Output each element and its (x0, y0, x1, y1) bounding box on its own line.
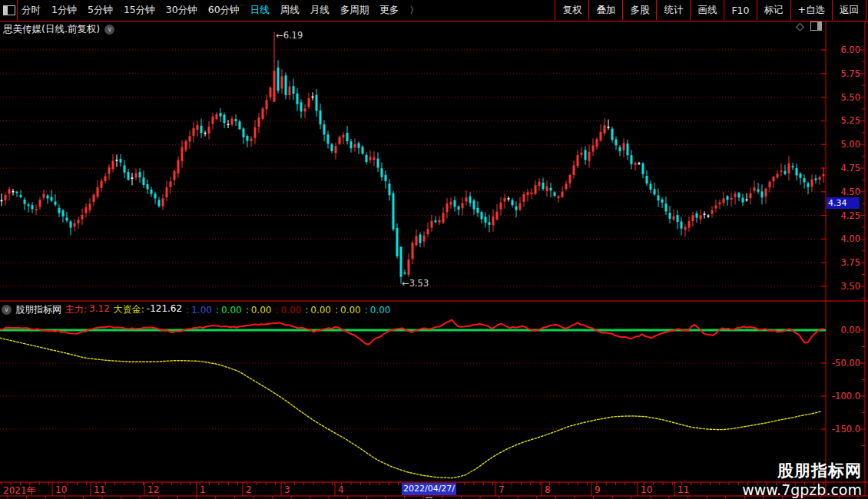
candle-body (385, 175, 387, 181)
candle-body (181, 147, 184, 160)
candle-body (746, 200, 748, 201)
menu-item-period-8[interactable]: 月线 (310, 4, 330, 17)
menu-item-tool-1[interactable]: 叠加 (588, 0, 622, 20)
time-axis-label: 10 (55, 484, 67, 495)
chevron-down-icon[interactable]: ∨ (104, 25, 114, 35)
low-price-label: 3.53 (409, 278, 429, 289)
candle-body (692, 215, 694, 221)
menu-item-tool-0[interactable]: 复权 (555, 0, 588, 20)
period-menu: 分时1分钟5分钟15分钟30分钟60分钟日线周线月线多周期更多〉 (22, 0, 419, 21)
time-axis-label: 8 (545, 484, 551, 495)
candle-body (20, 195, 22, 197)
candle-body (281, 76, 283, 88)
candle-body (473, 200, 475, 209)
time-axis-label: 10 (641, 484, 652, 495)
candle-body (327, 134, 330, 144)
menu-item-period-7[interactable]: 周线 (280, 4, 300, 17)
candle-body (462, 203, 464, 209)
candle-body (78, 220, 80, 223)
candle-body (66, 217, 68, 220)
arrow-left-icon: ← (276, 30, 283, 41)
candle-body (707, 216, 710, 217)
candle-body (523, 194, 525, 202)
candle-body (381, 168, 383, 177)
candle-body (93, 195, 95, 202)
menu-item-tool-5[interactable]: F10 (724, 0, 756, 20)
candle-body (300, 102, 303, 111)
main-force-line (0, 320, 823, 345)
watermark-url: www.7gpzb.com (742, 481, 862, 498)
menu-item-period-9[interactable]: 多周期 (340, 4, 369, 17)
candle-body (757, 189, 760, 191)
candle-body (293, 86, 295, 94)
candle-body (585, 150, 587, 160)
candle-body (308, 98, 310, 107)
candle-body (323, 124, 326, 134)
menu-item-tool-6[interactable]: 标记 (757, 0, 790, 20)
indicator-field-6: :0.00 (305, 305, 331, 316)
menu-item-period-10[interactable]: 更多 (379, 4, 399, 17)
menu-item-tool-8[interactable]: 返回 (832, 0, 866, 20)
candle-body (773, 177, 775, 181)
candle-body (289, 87, 291, 95)
candle-body (362, 147, 364, 154)
last-price-tag: 4.34 (827, 197, 860, 209)
indicator-field-label: : (246, 305, 249, 316)
candle-body (208, 127, 210, 134)
candle-body (704, 213, 706, 215)
indicator-field-4: :0.00 (246, 305, 272, 316)
cursor-date-tag: 2022/04/27/三 (402, 483, 456, 495)
candle-body (803, 178, 806, 182)
time-axis-label: 1 (200, 484, 206, 495)
candle-body (147, 184, 149, 189)
candle-body (558, 197, 560, 199)
indicator-field-label: : (335, 305, 338, 316)
menu-item-tool-3[interactable]: 统计 (656, 0, 690, 20)
candle-body (431, 221, 433, 228)
candle-body (350, 141, 353, 148)
menu-item-period-0[interactable]: 分时 (22, 4, 41, 17)
collapse-chevron-icon[interactable]: ∨ (2, 305, 12, 315)
candle-body (742, 198, 744, 203)
candle-body (519, 203, 522, 210)
indicator-field-label: 大资金: (114, 303, 144, 316)
time-axis-label: 11 (94, 484, 105, 495)
candle-body (761, 191, 764, 197)
menu-item-period-4[interactable]: 30分钟 (166, 4, 197, 17)
window-split-icon[interactable] (3, 5, 15, 15)
menu-item-tool-2[interactable]: 多股 (622, 0, 656, 20)
menu-item-tool-7[interactable]: +自选 (790, 0, 832, 20)
menu-item-tool-4[interactable]: 画线 (690, 0, 724, 20)
candle-body (681, 222, 683, 229)
menu-item-period-2[interactable]: 5分钟 (88, 4, 113, 17)
indicator-name: 股朋指标网 (15, 303, 61, 316)
candle-body (416, 236, 418, 245)
time-axis-label: 9 (595, 484, 601, 495)
menu-item-period-3[interactable]: 15分钟 (124, 4, 155, 17)
candle-body (535, 185, 537, 193)
candle-body (419, 235, 422, 243)
candle-body (377, 159, 379, 168)
diamond-icon[interactable]: ◇ (796, 21, 804, 31)
candle-body (8, 189, 11, 193)
watermark: 股朋指标网 www.7gpzb.com (742, 460, 862, 498)
candle-body (170, 181, 172, 187)
candle-body (792, 166, 794, 167)
indicator-axis-label: -150.0 (827, 424, 860, 435)
candle-body (343, 135, 345, 138)
candle-body (139, 172, 141, 177)
indicator-axis-label: -50.00 (827, 358, 860, 368)
pane-layout-icon[interactable] (810, 21, 822, 31)
candle-body (108, 167, 111, 173)
menu-item-period-6[interactable]: 日线 (250, 4, 270, 17)
menu-item-period-1[interactable]: 1分钟 (51, 4, 77, 17)
candle-body (31, 205, 34, 209)
candle-body (450, 202, 452, 205)
chart-canvas[interactable] (0, 0, 868, 499)
candle-body (143, 177, 145, 185)
menu-item-period-5[interactable]: 60分钟 (208, 4, 240, 17)
candle-body (665, 203, 668, 211)
more-chevron-icon[interactable]: 〉 (409, 4, 419, 17)
candle-body (427, 229, 429, 234)
candle-body (16, 192, 18, 193)
